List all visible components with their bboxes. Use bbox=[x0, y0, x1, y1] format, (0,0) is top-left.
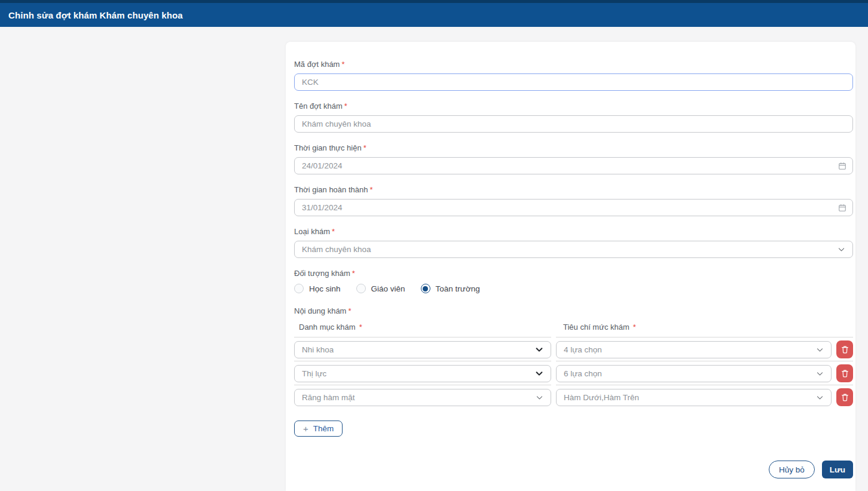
end-date-input[interactable] bbox=[294, 199, 853, 216]
calendar-icon[interactable] bbox=[838, 204, 846, 212]
radio-hoc-sinh-label: Học sinh bbox=[309, 284, 341, 293]
required-asterisk: * bbox=[369, 185, 372, 194]
exam-content-table: Danh mục khám* Tiêu chí mức khám* Nhi kh… bbox=[294, 323, 853, 409]
criteria-value: 6 lựa chọn bbox=[564, 369, 602, 378]
trash-icon bbox=[841, 393, 849, 401]
radio-selected-icon bbox=[421, 284, 430, 293]
content-row-category-cell: Nhi khoa bbox=[294, 337, 551, 361]
exam-content-section: Nội dung khám* Danh mục khám* Tiêu chí m… bbox=[294, 306, 853, 437]
start-date-input[interactable] bbox=[294, 157, 853, 174]
column-header-criteria-text: Tiêu chí mức khám bbox=[563, 323, 629, 332]
cancel-button[interactable]: Hủy bỏ bbox=[769, 461, 815, 478]
required-asterisk: * bbox=[341, 60, 344, 69]
chevron-down-icon bbox=[535, 369, 543, 378]
radio-circle-icon bbox=[356, 284, 366, 293]
required-asterisk: * bbox=[344, 102, 347, 111]
chevron-down-icon bbox=[816, 370, 824, 378]
exam-type-label-text: Loại khám bbox=[294, 227, 330, 236]
category-select[interactable]: Răng hàm mặt bbox=[294, 389, 551, 406]
chevron-down-icon bbox=[816, 394, 824, 401]
plus-icon: + bbox=[303, 424, 308, 434]
category-value: Thị lực bbox=[302, 369, 326, 378]
field-target-group: Đối tượng khám* Học sinh Giáo viên Toàn … bbox=[294, 269, 853, 293]
calendar-icon[interactable] bbox=[838, 162, 846, 170]
field-end-date: Thời gian hoàn thành* bbox=[294, 185, 853, 216]
criteria-value: 4 lựa chọn bbox=[564, 345, 602, 354]
delete-row-button[interactable] bbox=[836, 340, 853, 358]
category-select[interactable]: Nhi khoa bbox=[294, 341, 551, 358]
delete-row-button[interactable] bbox=[836, 388, 853, 406]
required-asterisk: * bbox=[348, 306, 351, 315]
exam-code-input[interactable] bbox=[294, 73, 853, 91]
field-exam-code: Mã đợt khám* bbox=[294, 60, 853, 91]
target-radio-group: Học sinh Giáo viên Toàn trường bbox=[294, 284, 853, 293]
content-row-category-cell: Răng hàm mặt bbox=[294, 385, 551, 409]
exam-name-input[interactable] bbox=[294, 115, 853, 133]
chevron-down-icon bbox=[838, 246, 845, 253]
content-row-criteria-cell: 6 lựa chọn bbox=[556, 361, 853, 385]
exam-content-label: Nội dung khám* bbox=[294, 306, 853, 315]
field-exam-type: Loại khám* Khám chuyên khoa bbox=[294, 227, 853, 258]
start-date-label-text: Thời gian thực hiện bbox=[294, 143, 362, 152]
exam-content-label-text: Nội dung khám bbox=[294, 306, 346, 315]
category-value: Răng hàm mặt bbox=[302, 393, 355, 402]
content-row-criteria-cell: 4 lựa chọn bbox=[556, 337, 853, 361]
exam-type-label: Loại khám* bbox=[294, 227, 853, 236]
content-row-criteria-cell: Hàm Dưới,Hàm Trên bbox=[556, 385, 853, 409]
form-footer: Hủy bỏ Lưu bbox=[294, 461, 853, 478]
chevron-down-icon bbox=[816, 346, 824, 354]
trash-icon bbox=[841, 369, 849, 378]
target-group-label: Đối tượng khám* bbox=[294, 269, 853, 278]
delete-row-button[interactable] bbox=[836, 364, 853, 382]
radio-giao-vien[interactable]: Giáo viên bbox=[356, 284, 405, 293]
field-exam-name: Tên đợt khám* bbox=[294, 102, 853, 133]
content-row-category-cell: Thị lực bbox=[294, 361, 551, 385]
exam-name-label: Tên đợt khám* bbox=[294, 102, 853, 111]
edit-exam-form-panel: Mã đợt khám* Tên đợt khám* Thời gian thự… bbox=[286, 42, 855, 491]
column-header-category: Danh mục khám* bbox=[294, 323, 551, 337]
exam-type-select[interactable]: Khám chuyên khoa bbox=[294, 241, 853, 258]
radio-hoc-sinh[interactable]: Học sinh bbox=[294, 284, 341, 293]
required-asterisk: * bbox=[633, 323, 636, 332]
category-select[interactable]: Thị lực bbox=[294, 365, 551, 382]
required-asterisk: * bbox=[359, 323, 362, 332]
required-asterisk: * bbox=[363, 143, 366, 152]
column-header-category-text: Danh mục khám bbox=[299, 323, 356, 332]
add-row-button-label: Thêm bbox=[313, 424, 334, 433]
category-value: Nhi khoa bbox=[302, 345, 334, 354]
radio-giao-vien-label: Giáo viên bbox=[371, 284, 405, 293]
trash-icon bbox=[841, 345, 849, 354]
criteria-value: Hàm Dưới,Hàm Trên bbox=[564, 393, 639, 402]
target-group-label-text: Đối tượng khám bbox=[294, 269, 350, 278]
add-row-button[interactable]: + Thêm bbox=[294, 421, 343, 437]
page-background: Mã đợt khám* Tên đợt khám* Thời gian thự… bbox=[0, 27, 868, 491]
required-asterisk: * bbox=[352, 269, 355, 278]
exam-code-label: Mã đợt khám* bbox=[294, 60, 853, 69]
exam-type-value: Khám chuyên khoa bbox=[302, 245, 371, 254]
exam-code-label-text: Mã đợt khám bbox=[294, 60, 340, 69]
chevron-down-icon bbox=[536, 394, 543, 401]
criteria-select[interactable]: 4 lựa chọn bbox=[556, 341, 832, 358]
required-asterisk: * bbox=[332, 227, 335, 236]
page-header: Chỉnh sửa đợt khám Khám chuyên khoa bbox=[0, 0, 868, 27]
end-date-label-text: Thời gian hoàn thành bbox=[294, 185, 368, 194]
end-date-label: Thời gian hoàn thành* bbox=[294, 185, 853, 194]
start-date-label: Thời gian thực hiện* bbox=[294, 143, 853, 152]
criteria-select[interactable]: Hàm Dưới,Hàm Trên bbox=[556, 389, 832, 406]
save-button[interactable]: Lưu bbox=[822, 461, 853, 478]
field-start-date: Thời gian thực hiện* bbox=[294, 143, 853, 174]
radio-toan-truong[interactable]: Toàn trường bbox=[421, 284, 480, 293]
column-header-criteria: Tiêu chí mức khám* bbox=[556, 323, 853, 337]
criteria-select[interactable]: 6 lựa chọn bbox=[556, 365, 832, 382]
chevron-down-icon bbox=[535, 345, 543, 354]
page-title: Chỉnh sửa đợt khám Khám chuyên khoa bbox=[8, 10, 183, 20]
radio-toan-truong-label: Toàn trường bbox=[436, 284, 480, 293]
radio-circle-icon bbox=[294, 284, 304, 293]
exam-name-label-text: Tên đợt khám bbox=[294, 102, 343, 111]
